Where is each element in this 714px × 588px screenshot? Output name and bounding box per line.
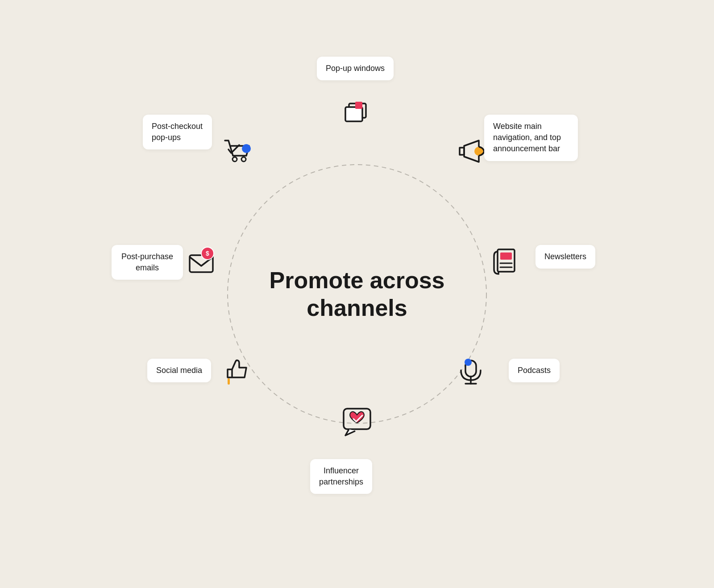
svg-point-19	[242, 144, 251, 153]
social-label: Social media	[147, 359, 211, 382]
svg-rect-3	[355, 102, 362, 109]
newsletter-label-text: Newsletters	[544, 252, 586, 261]
email-label: Post-purchaseemails	[112, 245, 183, 280]
podcast-icon-node	[451, 352, 491, 392]
cart-label-text: Post-checkoutpop-ups	[152, 122, 203, 142]
center-title-line2: channels	[307, 295, 407, 321]
svg-point-10	[465, 359, 472, 366]
center-title: Promote across channels	[269, 266, 444, 322]
newsletter-icon-node	[486, 240, 527, 281]
svg-rect-6	[500, 253, 512, 260]
influencer-icon-node	[337, 401, 377, 441]
cart-label: Post-checkoutpop-ups	[143, 115, 212, 149]
email-label-text: Post-purchaseemails	[121, 252, 173, 272]
svg-rect-2	[345, 107, 362, 121]
podcast-label: Podcasts	[509, 359, 560, 382]
diagram-container: Promote across channels Pop-up windows	[134, 49, 580, 539]
newsletter-label: Newsletters	[536, 245, 595, 269]
popup-label-text: Pop-up windows	[326, 64, 385, 73]
svg-rect-13	[228, 378, 230, 385]
svg-text:$: $	[206, 250, 209, 257]
svg-point-17	[232, 157, 237, 161]
influencer-label: Influencerpartnerships	[310, 459, 372, 494]
website-label: Website main navigation, and top announc…	[484, 115, 578, 161]
svg-point-18	[241, 157, 246, 161]
social-label-text: Social media	[156, 366, 202, 375]
email-icon-node: $	[183, 240, 223, 281]
center-title-line1: Promote across	[269, 267, 444, 293]
website-label-text: Website main navigation, and top announc…	[493, 122, 561, 153]
cart-icon-node	[216, 131, 257, 171]
popup-icon-node	[337, 93, 377, 133]
social-icon-node	[216, 352, 257, 392]
influencer-label-text: Influencerpartnerships	[319, 466, 363, 486]
popup-label: Pop-up windows	[317, 57, 394, 80]
podcast-label-text: Podcasts	[518, 366, 551, 375]
